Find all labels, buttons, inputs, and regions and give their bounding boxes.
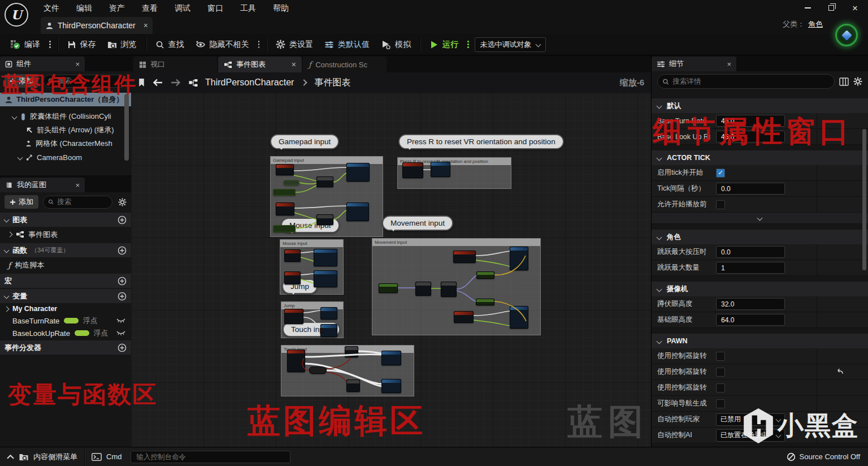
columns-icon[interactable] [839,77,849,86]
gear-icon[interactable] [853,77,862,86]
chevron-down-icon[interactable] [18,154,23,160]
details-search[interactable] [657,74,835,89]
section-camera[interactable]: 摄像机 [652,282,868,296]
hide-options-icon[interactable] [255,41,263,48]
run-button[interactable]: 运行 [424,36,464,53]
graph-node[interactable] [402,162,423,178]
event-graph-row[interactable]: 事件图表 [0,227,131,242]
parent-class-link[interactable]: 角色 [808,19,823,29]
graph-node[interactable] [314,249,337,266]
close-icon[interactable]: × [727,60,731,68]
close-icon[interactable]: × [75,181,80,189]
graph-node[interactable] [316,214,333,225]
blueprint-class-icon[interactable] [835,24,858,46]
graph-node[interactable] [431,162,450,177]
components-scrollbar[interactable] [124,94,129,161]
section-default[interactable]: 默认 [652,98,868,113]
tree-row-cameraboom[interactable]: CameraBoom [0,150,131,164]
enable-tick-checkbox[interactable]: ✓ [716,169,725,178]
graph-node[interactable] [345,346,358,357]
run-options-icon[interactable] [464,41,472,48]
tab-event-graph[interactable]: 事件图表 × [218,57,302,72]
menu-item-tools[interactable]: 工具 [232,0,264,16]
graph-node[interactable] [276,164,294,175]
tab-construction-script[interactable]: ƒ Construction Sc [303,57,387,72]
menu-item-view[interactable]: 查看 [133,0,166,16]
menu-item-file[interactable]: 文件 [35,0,68,16]
tree-row-mesh[interactable]: 网格体 (CharacterMesh [0,137,131,150]
close-button[interactable]: × [845,1,865,15]
use-controller-rotation-checkbox[interactable] [716,368,725,377]
graph-node[interactable] [284,271,301,284]
tab-viewport[interactable]: 视口 [133,57,217,72]
back-arrow-button[interactable] [152,78,163,87]
section-variables[interactable]: 变量 [0,289,131,303]
can-affect-navigation-checkbox[interactable] [716,399,725,408]
graph-node[interactable] [381,351,401,365]
source-control-button[interactable]: Source Control Off [779,452,868,461]
debug-object-dropdown[interactable]: 未选中调试对象 [475,37,546,52]
class-settings-button[interactable]: 类设置 [270,36,319,53]
graph-node[interactable] [346,202,369,221]
variable-row-baselookuprate[interactable]: BaseLookUpRate 浮点 [0,327,131,339]
menu-item-help[interactable]: 帮助 [264,0,297,16]
add-macro-icon[interactable] [118,277,127,286]
console-command-input[interactable] [131,451,290,463]
graph-node[interactable] [381,379,401,393]
allow-tick-before-begin-checkbox[interactable] [716,200,725,209]
close-icon[interactable]: × [75,60,80,68]
graph-node[interactable] [284,309,303,324]
variable-category-row[interactable]: My Character [0,303,131,314]
graph-node[interactable] [284,249,301,262]
my-blueprint-search[interactable] [43,196,112,209]
section-functions[interactable]: 函数 （34可覆盖） [0,243,131,257]
menu-item-asset[interactable]: 资产 [101,0,133,16]
chevron-down-icon[interactable] [12,114,18,119]
graph-node[interactable] [510,306,528,329]
graph-node[interactable] [320,307,337,320]
menu-item-window[interactable]: 窗口 [199,0,232,16]
bookmark-icon[interactable] [138,78,145,87]
find-button[interactable]: 查找 [150,36,190,53]
graph-node[interactable] [314,270,337,287]
tab-components[interactable]: 组件 × [0,57,85,71]
tab-details[interactable]: 细节 × [652,57,736,71]
breadcrumb-root[interactable]: ThirdPersonCharacter [205,77,294,88]
graph-node[interactable] [476,271,494,279]
save-button[interactable]: 保存 [62,36,102,53]
menu-item-edit[interactable]: 编辑 [68,0,101,16]
my-blueprint-search-input[interactable] [57,198,107,206]
section-macros[interactable]: 宏 [0,274,131,288]
class-defaults-button[interactable]: 类默认值 [319,36,375,53]
graph-node[interactable] [453,251,476,263]
add-dispatcher-icon[interactable] [118,343,127,352]
details-scrollbar[interactable] [862,129,866,270]
gear-icon[interactable] [118,198,127,206]
jump-max-count-input[interactable] [716,262,785,274]
tree-row-arrow[interactable]: 箭头组件 (Arrow) (继承) [0,123,131,137]
graph-node[interactable] [276,202,294,215]
menu-item-debug[interactable]: 调试 [166,0,199,16]
hide-unrelated-button[interactable]: 隐藏不相关 [190,36,255,53]
construction-script-row[interactable]: ƒ 构造脚本 [0,257,131,273]
close-icon[interactable]: × [144,21,148,30]
graph-node[interactable] [273,225,296,232]
add-blueprint-item-button[interactable]: 添加 [5,195,38,209]
tab-my-blueprint[interactable]: 我的蓝图 × [0,178,85,192]
variable-row-baseturnrate[interactable]: BaseTurnRate 浮点 [0,314,131,327]
compile-button[interactable]: 编译 [5,36,46,53]
graph-node[interactable] [510,247,528,270]
eye-closed-icon[interactable] [116,330,125,336]
simulate-button[interactable]: 模拟 [375,36,416,53]
forward-arrow-button[interactable] [170,78,181,87]
graph-node[interactable] [309,366,327,374]
section-graphs[interactable]: 图表 [0,213,131,227]
chevron-right-icon[interactable] [7,232,13,238]
graph-node[interactable] [320,324,337,337]
add-function-icon[interactable] [118,246,127,255]
asset-tab-thirdpersoncharacter[interactable]: ThirdPersonCharacter × [41,17,153,34]
graph-node[interactable] [316,176,333,187]
browse-button[interactable]: 浏览 [102,36,142,53]
section-character[interactable]: 角色 [652,230,868,244]
graph-node[interactable] [454,311,474,323]
